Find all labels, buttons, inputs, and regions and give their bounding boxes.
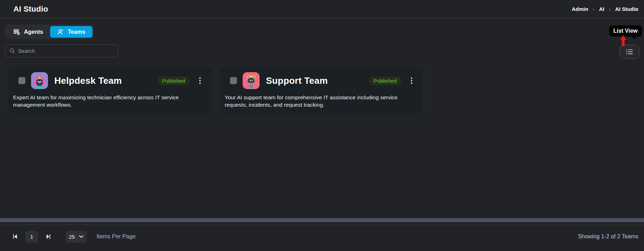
support-robot-avatar (243, 72, 260, 89)
annotation-arrow-icon (620, 35, 626, 46)
results-summary: Showing 1-2 of 2 Teams (578, 233, 638, 240)
items-per-page-value: 25 (69, 234, 75, 240)
breadcrumb-separator-icon: › (609, 6, 611, 12)
agents-icon (13, 29, 20, 36)
teams-icon (57, 29, 64, 36)
list-view-icon (626, 49, 633, 55)
items-per-page-label: Items Per Page (97, 233, 135, 240)
status-badge: Published (369, 76, 401, 85)
page-title: AI Studio (13, 5, 48, 14)
list-view-button[interactable] (619, 45, 639, 59)
team-description: Your AI support team for comprehensive I… (225, 94, 417, 108)
last-page-button[interactable] (42, 231, 55, 242)
view-tabs: Agents Teams (5, 25, 94, 39)
first-page-button[interactable] (8, 231, 22, 242)
page-number-button[interactable]: 1 (25, 231, 38, 243)
search-input[interactable] (18, 48, 114, 54)
search-box (5, 44, 119, 57)
first-page-icon (12, 234, 18, 239)
horizontal-scrollbar[interactable] (0, 218, 644, 222)
card-menu-button[interactable] (408, 76, 415, 85)
breadcrumb-ai[interactable]: AI (599, 6, 604, 12)
team-description: Expert AI team for maximizing technician… (13, 94, 205, 108)
breadcrumb-separator-icon: › (593, 6, 595, 12)
team-card-helpdesk[interactable]: Helpdesk Team Published Expert AI team f… (8, 67, 212, 114)
card-menu-button[interactable] (196, 76, 203, 85)
tab-agents-label: Agents (24, 29, 43, 35)
team-checkbox[interactable] (230, 77, 237, 84)
chevron-down-icon (79, 235, 84, 238)
breadcrumb-ai-studio[interactable]: AI Studio (615, 6, 638, 12)
tab-teams-label: Teams (68, 29, 85, 35)
last-page-icon (45, 234, 51, 239)
team-card-support[interactable]: Support Team Published Your AI support t… (219, 67, 424, 114)
more-vert-icon (199, 77, 201, 79)
team-checkbox[interactable] (18, 77, 25, 84)
team-title: Helpdesk Team (54, 75, 122, 86)
team-title: Support Team (266, 75, 328, 86)
breadcrumb: Admin › AI › AI Studio (572, 6, 638, 12)
more-vert-icon (411, 77, 412, 79)
items-per-page-select[interactable]: 25 (66, 231, 87, 243)
app-header: AI Studio Admin › AI › AI Studio (0, 0, 644, 18)
pagination-bar: 1 25 Items Per Page Showing 1-2 of 2 Tea… (0, 225, 644, 251)
breadcrumb-admin[interactable]: Admin (572, 6, 588, 12)
tab-agents[interactable]: Agents (6, 26, 50, 38)
pager: 1 25 Items Per Page (8, 231, 135, 243)
status-badge: Published (157, 76, 190, 85)
search-icon (10, 48, 15, 54)
teams-card-grid: Helpdesk Team Published Expert AI team f… (8, 67, 636, 114)
tab-teams[interactable]: Teams (50, 26, 92, 38)
list-view-tooltip-label: List View (613, 28, 638, 34)
helpdesk-robot-avatar (31, 72, 48, 89)
